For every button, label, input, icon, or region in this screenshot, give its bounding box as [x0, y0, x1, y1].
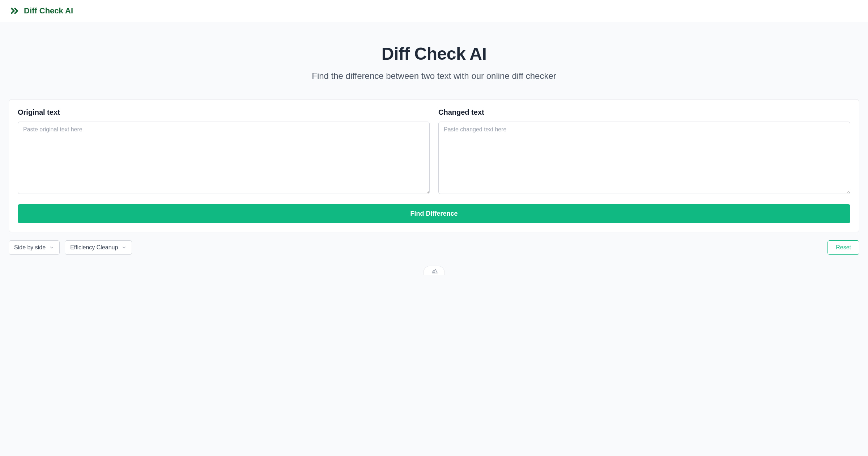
app-header: Diff Check AI — [0, 0, 868, 22]
cleanup-mode-dropdown[interactable]: Efficiency Cleanup — [65, 240, 132, 255]
chevron-down-icon — [49, 245, 54, 250]
changed-text-group: Changed text — [438, 108, 850, 194]
framework-badge — [0, 263, 868, 275]
page-title: Diff Check AI — [7, 44, 861, 64]
page-subtitle: Find the difference between two text wit… — [7, 71, 861, 81]
original-text-group: Original text — [18, 108, 430, 194]
diff-input-card: Original text Changed text Find Differen… — [9, 99, 859, 232]
view-mode-dropdown[interactable]: Side by side — [9, 240, 60, 255]
nuxt-icon — [423, 266, 445, 275]
controls-row: Side by side Efficiency Cleanup Reset — [0, 232, 868, 263]
hero-section: Diff Check AI Find the difference betwee… — [0, 22, 868, 99]
original-text-input[interactable] — [18, 122, 430, 194]
changed-text-input[interactable] — [438, 122, 850, 194]
changed-text-label: Changed text — [438, 108, 850, 117]
view-mode-selected: Side by side — [14, 244, 46, 251]
text-inputs-grid: Original text Changed text — [18, 108, 850, 194]
reset-button[interactable]: Reset — [827, 240, 859, 255]
original-text-label: Original text — [18, 108, 430, 117]
find-difference-button[interactable]: Find Difference — [18, 204, 850, 223]
cleanup-mode-selected: Efficiency Cleanup — [70, 244, 118, 251]
controls-left: Side by side Efficiency Cleanup — [9, 240, 132, 255]
chevrons-right-icon — [9, 5, 20, 17]
chevron-down-icon — [122, 245, 127, 250]
brand-name: Diff Check AI — [24, 6, 73, 16]
